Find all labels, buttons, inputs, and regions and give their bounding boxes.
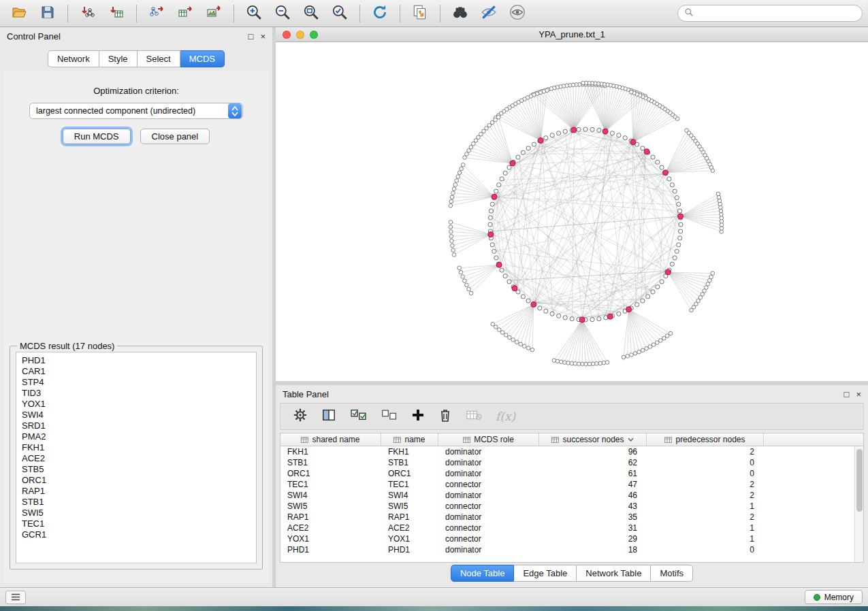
tab-motifs[interactable]: Motifs xyxy=(651,565,693,582)
result-node-item[interactable]: GCR1 xyxy=(22,529,256,540)
table-row[interactable]: FKH1FKH1dominator962 xyxy=(280,446,863,457)
result-node-item[interactable]: SWI5 xyxy=(22,508,256,518)
table-cell[interactable]: ACE2 xyxy=(381,523,438,533)
table-cell[interactable]: FKH1 xyxy=(280,447,381,457)
function-builder-button[interactable]: f(x) xyxy=(496,410,515,423)
result-node-item[interactable]: SWI4 xyxy=(22,410,256,420)
add-column-button[interactable] xyxy=(411,408,425,425)
find-button[interactable] xyxy=(447,2,474,25)
select-all-button[interactable] xyxy=(350,408,368,425)
table-settings-button[interactable] xyxy=(293,408,308,425)
table-cell[interactable]: connector xyxy=(438,534,539,544)
table-cell[interactable]: dominator xyxy=(438,491,539,500)
result-node-item[interactable]: ACE2 xyxy=(22,453,256,464)
export-image-button[interactable] xyxy=(200,2,227,25)
table-cell[interactable]: 1 xyxy=(647,523,764,533)
table-cell[interactable]: 1 xyxy=(647,534,764,544)
clone-network-button[interactable] xyxy=(406,2,434,25)
table-cell[interactable]: 29 xyxy=(539,534,647,544)
table-cell[interactable]: 46 xyxy=(539,491,647,500)
table-cell[interactable]: 2 xyxy=(647,491,764,500)
result-node-item[interactable]: FKH1 xyxy=(22,442,256,453)
statusbar-menu-button[interactable] xyxy=(5,591,26,604)
column-header-shared-name[interactable]: shared name xyxy=(280,433,381,446)
table-row[interactable]: SWI4SWI4dominator462 xyxy=(280,490,863,501)
tab-node-table[interactable]: Node Table xyxy=(451,565,515,582)
hide-selected-button[interactable] xyxy=(475,2,502,25)
table-scrollbar[interactable] xyxy=(854,446,863,562)
export-network-button[interactable] xyxy=(143,2,170,25)
result-node-item[interactable]: CAR1 xyxy=(22,366,256,377)
table-cell[interactable]: dominator xyxy=(438,545,539,555)
close-panel-icon[interactable]: × xyxy=(856,390,861,399)
network-view-canvas[interactable] xyxy=(276,42,868,381)
import-network-button[interactable] xyxy=(74,2,101,25)
table-cell[interactable]: 2 xyxy=(647,480,764,489)
table-cell[interactable]: PHD1 xyxy=(381,545,438,555)
table-row[interactable]: PHD1PHD1dominator180 xyxy=(280,544,863,555)
table-cell[interactable]: 18 xyxy=(539,545,647,555)
table-cell[interactable]: STB1 xyxy=(280,458,381,467)
table-cell[interactable]: TEC1 xyxy=(280,480,381,489)
column-header-mcds-role[interactable]: MCDS role xyxy=(438,433,539,446)
table-cell[interactable]: ORC1 xyxy=(280,469,381,478)
float-panel-icon[interactable]: □ xyxy=(248,32,254,41)
table-cell[interactable]: 96 xyxy=(539,447,647,457)
table-cell[interactable]: SWI4 xyxy=(280,491,381,500)
window-close-button[interactable] xyxy=(283,31,291,39)
table-cell[interactable]: STB1 xyxy=(381,458,438,467)
zoom-selected-button[interactable] xyxy=(326,2,353,25)
table-row[interactable]: RAP1RAP1dominator352 xyxy=(280,512,863,523)
table-cell[interactable]: 43 xyxy=(539,501,647,511)
table-row[interactable]: STB1STB1dominator620 xyxy=(280,457,863,468)
table-cell[interactable]: TEC1 xyxy=(381,480,438,489)
table-cell[interactable]: PHD1 xyxy=(280,545,381,555)
table-cell[interactable]: dominator xyxy=(438,469,539,478)
table-cell[interactable]: dominator xyxy=(438,447,539,457)
table-cell[interactable]: 0 xyxy=(647,545,764,555)
column-header-name[interactable]: name xyxy=(381,433,438,446)
column-header-successor-nodes[interactable]: successor nodes xyxy=(539,433,647,446)
table-cell[interactable]: 0 xyxy=(647,469,764,478)
table-cell[interactable]: 62 xyxy=(539,458,647,467)
tab-select[interactable]: Select xyxy=(138,50,180,67)
table-cell[interactable]: ACE2 xyxy=(280,523,381,533)
memory-button[interactable]: Memory xyxy=(805,590,863,604)
zoom-out-button[interactable] xyxy=(269,2,296,25)
tab-network-table[interactable]: Network Table xyxy=(577,565,651,582)
table-row[interactable]: YOX1YOX1connector291 xyxy=(280,533,863,544)
table-cell[interactable]: connector xyxy=(438,501,539,511)
table-row[interactable]: ORC1ORC1dominator610 xyxy=(280,468,863,479)
table-cell[interactable]: SWI5 xyxy=(381,501,438,511)
result-node-item[interactable]: PMA2 xyxy=(22,431,256,442)
result-node-item[interactable]: STB5 xyxy=(22,464,256,475)
table-cell[interactable]: connector xyxy=(438,523,539,533)
close-panel-icon[interactable]: × xyxy=(260,32,266,41)
table-row[interactable]: TEC1TEC1connector472 xyxy=(280,479,863,490)
scrollbar-thumb[interactable] xyxy=(856,449,863,512)
table-cell[interactable]: 31 xyxy=(539,523,647,533)
deselect-all-button[interactable] xyxy=(381,408,398,425)
result-node-item[interactable]: SRD1 xyxy=(22,420,256,431)
table-cell[interactable]: SWI5 xyxy=(280,501,381,511)
table-cell[interactable]: 2 xyxy=(647,512,764,522)
clear-table-button[interactable] xyxy=(466,409,482,424)
result-node-item[interactable]: TID3 xyxy=(22,388,256,399)
table-cell[interactable]: YOX1 xyxy=(280,534,381,544)
show-columns-button[interactable] xyxy=(321,408,336,425)
apply-layout-button[interactable] xyxy=(366,2,393,25)
result-node-item[interactable]: STP4 xyxy=(22,377,256,388)
mcds-result-list[interactable]: PHD1CAR1STP4TID3YOX1SWI4SRD1PMA2FKH1ACE2… xyxy=(16,352,257,563)
table-cell[interactable]: SWI4 xyxy=(381,491,438,500)
table-cell[interactable]: RAP1 xyxy=(280,512,381,522)
search-input[interactable] xyxy=(697,9,856,18)
table-cell[interactable]: dominator xyxy=(438,512,539,522)
table-row[interactable]: SWI5SWI5connector431 xyxy=(280,501,863,512)
show-all-button[interactable] xyxy=(504,2,531,25)
tab-style[interactable]: Style xyxy=(99,50,138,67)
close-panel-button[interactable]: Close panel xyxy=(140,129,210,144)
table-cell[interactable]: 35 xyxy=(539,512,647,522)
table-cell[interactable]: FKH1 xyxy=(381,447,438,457)
delete-column-button[interactable] xyxy=(438,408,452,425)
save-session-button[interactable] xyxy=(34,2,61,25)
